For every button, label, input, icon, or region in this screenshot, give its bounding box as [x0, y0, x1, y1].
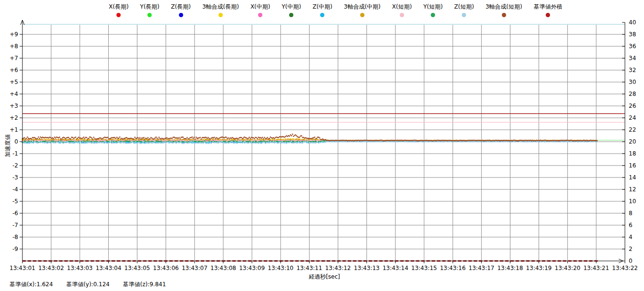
x-tick-label: 13:43:04 [95, 265, 121, 271]
y-left-tick-label: -7 [12, 222, 18, 229]
y-right-tick-label: 38 [629, 31, 636, 38]
y-left-tick-label: -4 [12, 186, 18, 193]
y-right-tick-label: 4 [629, 234, 633, 240]
x-tick-label: 13:43:17 [468, 265, 494, 271]
y-right-tick-label: 28 [629, 91, 636, 97]
x-tick-label: 13:43:09 [239, 265, 265, 271]
y-left-tick-label: 0 [14, 138, 18, 145]
y-right-tick-label: 40 [629, 19, 636, 26]
y-left-tick-label: -1 [12, 150, 18, 157]
y-axis-right-ticks: 4038363432302826242220181614121086420 [622, 19, 636, 264]
x-tick-label: 13:43:02 [38, 265, 64, 271]
y-right-tick-label: 30 [629, 79, 636, 85]
acceleration-monitor-page: X(長期)Y(長期)Z(長期)3軸合成(長期)X(中期)Y(中期)Z(中期)3軸… [0, 0, 644, 291]
y-right-tick-label: 12 [629, 186, 636, 193]
y-left-tick-label: +1 [10, 126, 18, 133]
y-left-tick-label: +8 [10, 43, 18, 50]
x-tick-label: 13:43:12 [325, 265, 351, 271]
data-series [22, 134, 598, 144]
x-tick-label: 13:43:20 [555, 265, 581, 271]
base-value-x: 基準値(x):1.624 [10, 281, 53, 289]
x-tick-label: 13:43:16 [440, 265, 466, 271]
base-value-y: 基準値(y):0.124 [66, 281, 110, 289]
y-right-tick-label: 20 [629, 138, 636, 145]
y-left-tick-label: -3 [12, 174, 18, 181]
y-right-tick-label: 34 [629, 55, 636, 62]
y-left-tick-label: +3 [10, 103, 18, 109]
y-right-tick-label: 18 [629, 150, 636, 157]
x-axis-ticks: 13:43:0113:43:0213:43:0313:43:0413:43:05… [10, 261, 638, 271]
y-right-tick-label: 16 [629, 162, 636, 169]
y-left-tick-label: -9 [12, 246, 18, 252]
x-tick-label: 13:43:01 [10, 265, 35, 271]
y-left-tick-label: +9 [10, 31, 18, 38]
x-tick-label: 13:43:07 [182, 265, 208, 271]
x-tick-label: 13:43:10 [268, 265, 293, 271]
x-tick-label: 13:43:14 [383, 265, 408, 271]
y-right-tick-label: 2 [629, 246, 633, 252]
base-value-z: 基準値(z):9.841 [123, 281, 166, 289]
x-tick-label: 13:43:19 [526, 265, 552, 271]
y-left-tick-label: -5 [12, 198, 18, 205]
x-tick-label: 13:43:22 [612, 265, 638, 271]
y-left-tick-label: -2 [12, 162, 18, 169]
y-right-tick-label: 14 [629, 174, 636, 181]
y-right-tick-label: 36 [629, 43, 636, 50]
x-tick-label: 13:43:18 [497, 265, 523, 271]
y-left-tick-label: +5 [10, 79, 18, 85]
y-left-tick-label: -8 [12, 234, 18, 240]
acceleration-chart: +9+8+7+6+5+4+3+2+10-1-2-3-4-5-6-7-8-9403… [0, 0, 644, 291]
y-right-tick-label: 8 [629, 210, 633, 217]
x-tick-label: 13:43:13 [354, 265, 380, 271]
x-axis-title: 経過秒[sec] [286, 273, 363, 281]
x-tick-label: 13:43:03 [67, 265, 93, 271]
base-values-bar: 基準値(x):1.624 基準値(y):0.124 基準値(z):9.841 [10, 281, 166, 289]
y-right-tick-label: 26 [629, 103, 636, 109]
x-tick-label: 13:43:21 [583, 265, 609, 271]
y-right-tick-label: 6 [629, 222, 633, 229]
y-left-tick-label: +7 [10, 55, 18, 62]
x-tick-label: 13:43:08 [210, 265, 236, 271]
y-right-tick-label: 32 [629, 67, 636, 73]
y-axis-title: 加速度値 [4, 134, 12, 158]
y-right-tick-label: 22 [629, 126, 636, 133]
x-tick-label: 13:43:05 [125, 265, 150, 271]
y-left-tick-label: +6 [10, 67, 18, 73]
y-right-tick-label: 24 [629, 114, 636, 121]
y-left-tick-label: -6 [12, 210, 18, 217]
y-left-tick-label: +2 [10, 114, 18, 121]
y-left-tick-label: +4 [10, 91, 18, 97]
x-tick-label: 13:43:11 [296, 265, 322, 271]
y-right-tick-label: 10 [629, 198, 636, 205]
y-right-tick-label: 0 [629, 258, 633, 264]
x-tick-label: 13:43:06 [153, 265, 179, 271]
x-tick-label: 13:43:15 [411, 265, 437, 271]
